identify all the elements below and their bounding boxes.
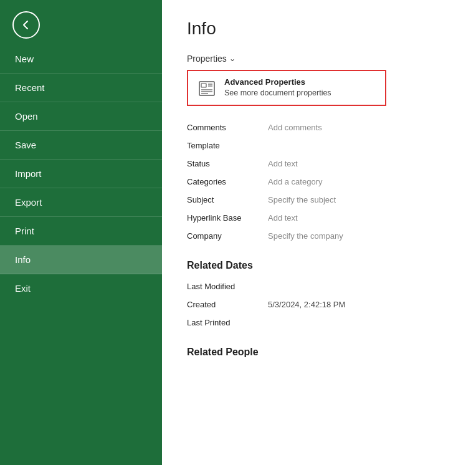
table-row: CategoriesAdd a category [187,173,451,191]
nav-item-info[interactable]: Info [0,246,162,274]
date-value [268,277,451,295]
prop-label: Hyperlink Base [187,209,268,227]
table-row: Created5/3/2024, 2:42:18 PM [187,295,451,314]
date-label: Created [187,295,268,314]
table-row: SubjectSpecify the subject [187,191,451,209]
nav-item-open[interactable]: Open [0,102,162,131]
table-row: StatusAdd text [187,155,451,173]
nav-item-new[interactable]: New [0,45,162,74]
sidebar: New Recent Open Save Import Export Print… [0,0,162,465]
prop-value[interactable]: Add a category [268,173,451,191]
advanced-properties-icon [197,79,217,98]
prop-label: Categories [187,173,268,191]
table-row: Template [187,137,451,155]
related-dates-table: Last ModifiedCreated5/3/2024, 2:42:18 PM… [187,277,451,332]
related-dates-title: Related Dates [187,260,451,271]
nav-item-exit[interactable]: Exit [0,274,162,302]
date-label: Last Modified [187,277,268,295]
prop-label: Template [187,137,268,155]
nav-item-recent[interactable]: Recent [0,74,162,102]
date-label: Last Printed [187,314,268,332]
page-title: Info [187,19,451,39]
prop-label: Subject [187,191,268,209]
nav-item-print[interactable]: Print [0,217,162,246]
related-people-title: Related People [187,347,451,358]
table-row: Hyperlink BaseAdd text [187,209,451,227]
advanced-properties-card[interactable]: Advanced Properties See more document pr… [187,70,386,106]
properties-table: CommentsAdd commentsTemplateStatusAdd te… [187,118,451,245]
back-button[interactable] [12,11,40,39]
properties-label: Properties [187,54,227,64]
table-row: Last Printed [187,314,451,332]
advanced-properties-title: Advanced Properties [224,77,331,87]
prop-value [268,137,451,155]
date-value: 5/3/2024, 2:42:18 PM [268,295,451,314]
properties-header[interactable]: Properties ⌄ [187,54,451,64]
chevron-down-icon: ⌄ [229,54,236,63]
prop-label: Comments [187,118,268,137]
prop-value[interactable]: Add text [268,155,451,173]
date-value [268,314,451,332]
table-row: CommentsAdd comments [187,118,451,137]
prop-label: Status [187,155,268,173]
nav-item-save[interactable]: Save [0,131,162,160]
prop-value[interactable]: Add comments [268,118,451,137]
advanced-properties-text: Advanced Properties See more document pr… [224,77,331,98]
main-content: Info Properties ⌄ Advanced Properties Se… [162,0,476,465]
prop-value[interactable]: Specify the company [268,227,451,245]
table-row: Last Modified [187,277,451,295]
table-row: CompanySpecify the company [187,227,451,245]
nav-item-import[interactable]: Import [0,160,162,188]
svg-rect-1 [201,84,206,87]
prop-value[interactable]: Add text [268,209,451,227]
nav-item-export[interactable]: Export [0,188,162,217]
prop-label: Company [187,227,268,245]
advanced-properties-description: See more document properties [224,88,331,98]
prop-value[interactable]: Specify the subject [268,191,451,209]
